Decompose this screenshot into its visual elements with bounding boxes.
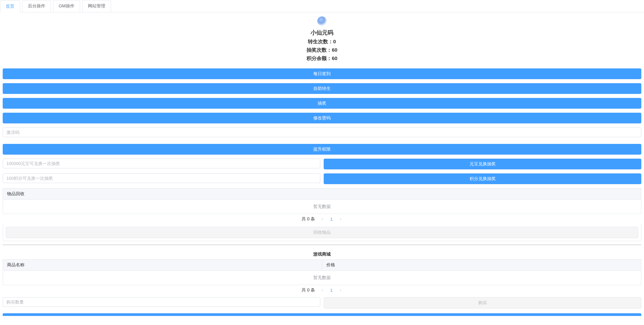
buy-qty-input[interactable] <box>3 297 320 307</box>
profile-section: 小仙元码 转生次数：0 抽奖次数：60 积分余额：60 <box>3 15 641 65</box>
mall-next-icon[interactable]: › <box>338 288 342 292</box>
lottery-button[interactable]: 抽奖 <box>3 98 641 109</box>
mall-page-num[interactable]: 1 <box>328 288 335 293</box>
recycle-panel-header: 物品回收 <box>3 188 641 200</box>
mall-total: 共 0 条 <box>302 287 315 293</box>
yuanbao-exchange-button[interactable]: 元宝兑换抽奖 <box>324 159 641 169</box>
stat-rebirth: 转生次数：0 <box>3 39 641 45</box>
stat-points-label: 积分余额： <box>307 55 332 61</box>
mall-table-header: 商品名称 价格 <box>3 259 641 271</box>
mall-pagination: 共 0 条 ‹ 1 › <box>3 285 641 295</box>
recycle-total: 共 0 条 <box>302 216 315 222</box>
recycle-empty-text: 暂无数据 <box>3 200 641 214</box>
stat-rebirth-value: 0 <box>333 39 336 44</box>
tab-gm[interactable]: GM操作 <box>53 0 80 12</box>
yuanbao-exchange-input[interactable] <box>3 159 320 168</box>
recycle-next-icon[interactable]: › <box>338 217 342 221</box>
next-section-button-peek[interactable] <box>3 313 641 316</box>
stat-lottery-value: 60 <box>332 47 337 53</box>
self-rebirth-button[interactable]: 自助转生 <box>3 83 641 94</box>
mall-prev-icon[interactable]: ‹ <box>320 288 324 292</box>
recycle-total-count: 0 <box>307 216 309 221</box>
recycle-prev-icon[interactable]: ‹ <box>320 217 324 221</box>
tab-bar: 首页 后台操作 GM操作 网站管理 <box>0 0 644 12</box>
mall-empty-text: 暂无数据 <box>3 271 641 285</box>
separator <box>3 245 641 245</box>
mall-total-count: 0 <box>307 287 309 292</box>
recycle-button: 回收物品 <box>6 227 638 238</box>
mall-total-prefix: 共 <box>302 287 306 292</box>
mall-title: 游戏商城 <box>3 249 641 259</box>
buy-button: 购买 <box>324 297 641 309</box>
elevate-button[interactable]: 提升权限 <box>3 144 641 155</box>
tab-home[interactable]: 首页 <box>0 0 20 12</box>
stat-points: 积分余额：60 <box>3 55 641 62</box>
daily-checkin-button[interactable]: 每日签到 <box>3 68 641 79</box>
change-password-button[interactable]: 修改密码 <box>3 113 641 123</box>
tab-backend[interactable]: 后台操作 <box>22 0 51 12</box>
mall-total-suffix: 条 <box>311 287 315 292</box>
profile-name: 小仙元码 <box>3 29 641 37</box>
recycle-total-prefix: 共 <box>302 216 306 221</box>
points-exchange-button[interactable]: 积分兑换抽奖 <box>324 173 641 184</box>
recycle-page-num[interactable]: 1 <box>328 217 335 222</box>
stat-lottery: 抽奖次数：60 <box>3 47 641 53</box>
stat-lottery-label: 抽奖次数： <box>307 47 332 53</box>
activation-code-input[interactable] <box>3 127 641 137</box>
tab-site[interactable]: 网站管理 <box>82 0 111 12</box>
stat-points-value: 60 <box>332 55 337 61</box>
mall-col-name: 商品名称 <box>3 260 322 270</box>
stat-rebirth-label: 转生次数： <box>308 39 333 44</box>
points-exchange-input[interactable] <box>3 173 320 183</box>
mall-col-price: 价格 <box>322 260 641 270</box>
recycle-total-suffix: 条 <box>311 216 315 221</box>
recycle-pagination: 共 0 条 ‹ 1 › <box>3 214 641 224</box>
avatar <box>317 16 327 26</box>
